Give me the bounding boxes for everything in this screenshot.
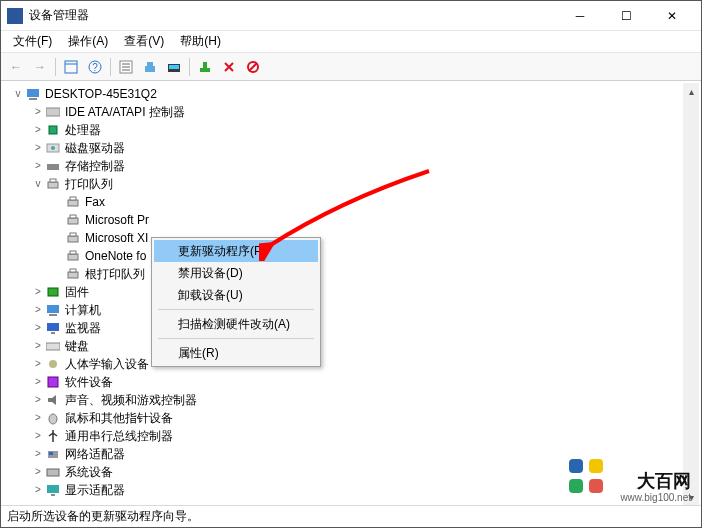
svg-rect-39 <box>51 332 55 334</box>
menu-help[interactable]: 帮助(H) <box>172 31 229 52</box>
keyboard-icon <box>45 338 61 354</box>
network-icon <box>45 446 61 462</box>
ctx-uninstall-device[interactable]: 卸载设备(U) <box>154 284 318 306</box>
close-button[interactable]: ✕ <box>649 1 695 31</box>
software-icon <box>45 374 61 390</box>
tree-node-software[interactable]: >软件设备 <box>1 373 701 391</box>
tree-node-audio[interactable]: >声音、视频和游戏控制器 <box>1 391 701 409</box>
svg-rect-9 <box>147 62 153 66</box>
audio-icon <box>45 392 61 408</box>
printer-icon <box>45 176 61 192</box>
svg-rect-11 <box>169 65 179 69</box>
ctx-separator <box>158 338 314 339</box>
maximize-button[interactable]: ☐ <box>603 1 649 31</box>
tree-content[interactable]: vDESKTOP-45E31Q2 >IDE ATA/ATAPI 控制器 >处理器… <box>1 83 701 505</box>
svg-rect-35 <box>48 288 58 296</box>
ctx-disable-device[interactable]: 禁用设备(D) <box>154 262 318 284</box>
svg-rect-38 <box>47 323 59 331</box>
svg-rect-17 <box>29 98 37 100</box>
svg-rect-18 <box>46 108 60 116</box>
system-icon <box>45 464 61 480</box>
ctx-scan-hardware[interactable]: 扫描检测硬件改动(A) <box>154 313 318 335</box>
view-button[interactable] <box>60 56 82 78</box>
tree-node-storage[interactable]: >存储控制器 <box>1 157 701 175</box>
menu-action[interactable]: 操作(A) <box>60 31 116 52</box>
tree-node-computer[interactable]: >计算机 <box>1 301 701 319</box>
svg-text:?: ? <box>92 62 98 73</box>
root-label: DESKTOP-45E31Q2 <box>45 85 157 103</box>
help-button[interactable]: ? <box>84 56 106 78</box>
tree-node-hid[interactable]: >人体学输入设备 <box>1 355 701 373</box>
svg-rect-33 <box>68 272 78 278</box>
tree-node-mouse[interactable]: >鼠标和其他指针设备 <box>1 409 701 427</box>
svg-point-41 <box>49 360 57 368</box>
watermark-url: www.big100.net <box>620 492 691 503</box>
ctx-properties[interactable]: 属性(R) <box>154 342 318 364</box>
svg-rect-30 <box>70 233 76 236</box>
menu-file[interactable]: 文件(F) <box>5 31 60 52</box>
properties-button[interactable] <box>115 56 137 78</box>
tree-node-printq[interactable]: v打印队列 <box>1 175 701 193</box>
svg-rect-24 <box>50 179 56 182</box>
svg-rect-50 <box>589 459 603 473</box>
computer-icon <box>45 302 61 318</box>
firmware-icon <box>45 284 61 300</box>
ctx-update-driver[interactable]: 更新驱动程序(P) <box>154 240 318 262</box>
tree-leaf-msxps[interactable]: >Microsoft XI <box>1 229 701 247</box>
watermark: 大百网 www.big100.net <box>620 472 691 503</box>
uninstall-button[interactable] <box>218 56 240 78</box>
svg-rect-23 <box>48 182 58 188</box>
disk-icon <box>45 140 61 156</box>
printer-icon <box>65 212 81 228</box>
tree-node-ide[interactable]: >IDE ATA/ATAPI 控制器 <box>1 103 701 121</box>
context-menu: 更新驱动程序(P) 禁用设备(D) 卸载设备(U) 扫描检测硬件改动(A) 属性… <box>151 237 321 367</box>
update-button[interactable] <box>139 56 161 78</box>
display-icon <box>45 482 61 498</box>
tree-root[interactable]: vDESKTOP-45E31Q2 <box>1 85 701 103</box>
titlebar: 设备管理器 ─ ☐ ✕ <box>1 1 701 31</box>
tree-leaf-msprint[interactable]: >Microsoft Pr <box>1 211 701 229</box>
tree-leaf-rootprint[interactable]: >根打印队列 <box>1 265 701 283</box>
svg-rect-19 <box>49 126 57 134</box>
forward-button[interactable]: → <box>29 56 51 78</box>
app-icon <box>7 8 23 24</box>
tree-node-firmware[interactable]: >固件 <box>1 283 701 301</box>
tree-node-keyboard[interactable]: >键盘 <box>1 337 701 355</box>
scroll-up-icon[interactable]: ▴ <box>683 83 699 99</box>
svg-rect-42 <box>48 377 58 387</box>
scan-button[interactable] <box>163 56 185 78</box>
computer-icon <box>25 86 41 102</box>
tree-leaf-fax[interactable]: >Fax <box>1 193 701 211</box>
minimize-button[interactable]: ─ <box>557 1 603 31</box>
svg-point-43 <box>49 414 57 424</box>
printer-icon <box>65 248 81 264</box>
tree-node-monitor[interactable]: >监视器 <box>1 319 701 337</box>
usb-icon <box>45 428 61 444</box>
svg-rect-27 <box>68 218 78 224</box>
svg-rect-45 <box>49 452 53 455</box>
monitor-icon <box>45 320 61 336</box>
svg-rect-52 <box>589 479 603 493</box>
svg-rect-31 <box>68 254 78 260</box>
storage-icon <box>45 158 61 174</box>
back-button[interactable]: ← <box>5 56 27 78</box>
svg-rect-49 <box>569 459 583 473</box>
enable-button[interactable] <box>194 56 216 78</box>
svg-rect-28 <box>70 215 76 218</box>
tree-node-usb[interactable]: >通用串行总线控制器 <box>1 427 701 445</box>
vertical-scrollbar[interactable]: ▴ ▾ <box>683 83 699 505</box>
statusbar: 启动所选设备的更新驱动程序向导。 <box>1 505 701 527</box>
menu-view[interactable]: 查看(V) <box>116 31 172 52</box>
svg-line-15 <box>249 63 257 71</box>
svg-rect-13 <box>200 68 210 72</box>
tree-node-disk[interactable]: >磁盘驱动器 <box>1 139 701 157</box>
printer-icon <box>65 230 81 246</box>
tree-leaf-onenote[interactable]: >OneNote fo <box>1 247 701 265</box>
watermark-name: 大百网 <box>620 472 691 492</box>
ide-icon <box>45 104 61 120</box>
mouse-icon <box>45 410 61 426</box>
svg-rect-46 <box>47 469 59 476</box>
toolbar: ← → ? <box>1 53 701 81</box>
disable-button[interactable] <box>242 56 264 78</box>
tree-node-cpu[interactable]: >处理器 <box>1 121 701 139</box>
